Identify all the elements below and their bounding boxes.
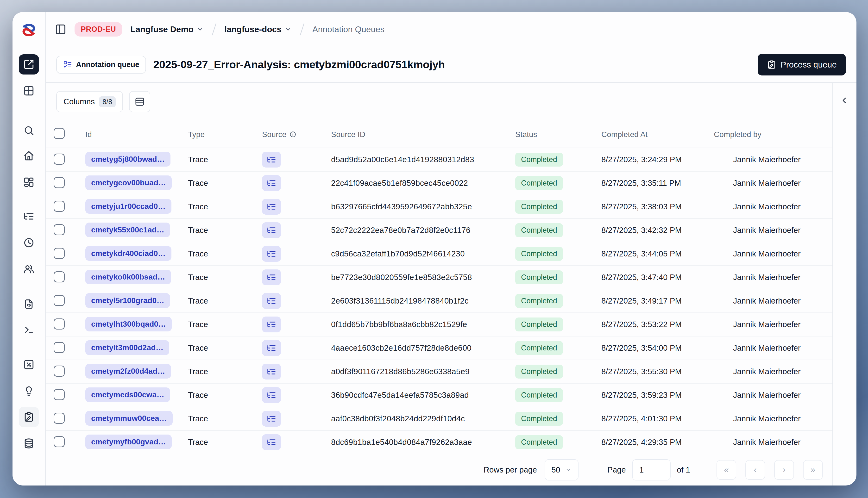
item-id-link[interactable]: cmetykdr400ciad0… [85,246,171,261]
row-checkbox[interactable] [54,201,65,212]
user-avatar[interactable] [19,463,39,483]
lightbulb-icon[interactable] [23,385,34,396]
item-id-link[interactable]: cmetym2fz00d4ad… [85,364,171,379]
table-row[interactable]: cmetyg5j800bwad… Trace d5ad9d52a00c6e14e… [46,148,832,172]
status-badge: Completed [515,247,563,261]
status-badge: Completed [515,176,563,190]
open-external-button[interactable] [19,54,39,75]
table-row[interactable]: cmetyju1r00ccad0… Trace b63297665cfd4439… [46,195,832,219]
row-checkbox[interactable] [54,248,65,259]
table-row[interactable]: cmetygeov00buad… Trace 22c41f09acae5b1ef… [46,172,832,195]
panel-toggle-icon[interactable] [55,24,66,35]
row-height-button[interactable] [129,91,150,112]
prompt-file-code-icon[interactable] [23,299,34,310]
page-number-input[interactable] [632,459,671,481]
tables-grid-icon[interactable] [23,85,34,96]
breadcrumb-org[interactable]: Langfuse Demo [130,25,204,34]
sidebar [13,12,46,485]
row-checkbox[interactable] [54,295,65,306]
breadcrumb-separator [212,23,216,35]
source-trace-icon[interactable] [262,270,281,285]
table-row[interactable]: cmetykdr400ciad0… Trace c9d56ca32efaff1b… [46,242,832,266]
chevron-down-icon [565,467,572,473]
annotation-clipboard-pen-icon[interactable] [19,407,39,427]
avatar [714,176,728,190]
users-icon[interactable] [23,264,34,275]
item-id-link[interactable]: cmetyg5j800bwad… [85,152,170,167]
item-id-link[interactable]: cmetyl5r100grad0… [85,293,170,308]
source-trace-icon[interactable] [262,175,281,191]
annotation-queue-badge: Annotation queue [56,56,146,74]
next-page-button[interactable]: › [774,460,794,480]
row-checkbox[interactable] [54,366,65,377]
pagination-bar: Rows per page 50 Page of 1 « ‹ › » [46,454,832,485]
database-datasets-icon[interactable] [23,438,34,449]
source-trace-icon[interactable] [262,293,281,309]
row-checkbox[interactable] [54,318,65,329]
source-trace-icon[interactable] [262,411,281,427]
table-row[interactable]: cmetyk55x00c1ad… Trace 52c72c2222ea78e0b… [46,219,832,242]
avatar [714,223,728,237]
source-trace-icon[interactable] [262,387,281,403]
avatar [714,412,728,425]
columns-button[interactable]: Columns 8/8 [56,91,123,112]
chevron-down-icon [196,26,204,33]
table-row[interactable]: cmetyko0k00bsad… Trace be7723e30d8020559… [46,266,832,289]
clock-sessions-icon[interactable] [23,237,34,248]
table-row[interactable]: cmetymeds00cwa… Trace 36b90cdfc47e5da14e… [46,384,832,407]
source-trace-icon[interactable] [262,199,281,215]
item-id-link[interactable]: cmetylht300bqad0… [85,317,172,331]
source-trace-icon[interactable] [262,316,281,332]
table-row[interactable]: cmetyl5r100grad0… Trace 2e603f31361115db… [46,289,832,313]
item-id-link[interactable]: cmetymmuw00cea… [85,411,173,425]
source-trace-icon[interactable] [262,340,281,356]
avatar [714,271,728,284]
search-icon[interactable] [23,125,34,136]
annotation-queue-table: Columns 8/8 Id Type Source [46,83,833,485]
collapse-panel-button[interactable] [838,93,852,108]
table-row[interactable]: cmetymmuw00cea… Trace aaf0c38db0f3f2048b… [46,407,832,431]
status-badge: Completed [515,294,563,308]
table-row[interactable]: cmetylht300bqad0… Trace 0f1dd65b7bb9bf6b… [46,313,832,337]
row-checkbox[interactable] [54,177,65,188]
row-checkbox[interactable] [54,436,65,447]
row-checkbox[interactable] [54,154,65,165]
row-checkbox[interactable] [54,224,65,235]
select-all-checkbox[interactable] [54,128,65,139]
first-page-button[interactable]: « [716,460,736,480]
row-checkbox[interactable] [54,389,65,400]
row-checkbox[interactable] [54,342,65,353]
item-id-link[interactable]: cmetyko0k00bsad… [85,270,171,284]
row-checkbox[interactable] [54,413,65,424]
terminal-playground-icon[interactable] [23,325,34,336]
table-row[interactable]: cmetym2fz00d4ad… Trace a0df3f901167218d8… [46,360,832,384]
source-trace-icon[interactable] [262,364,281,380]
item-id-link[interactable]: cmetymeds00cwa… [85,388,170,402]
page-size-select[interactable]: 50 [545,459,579,481]
list-todo-icon [63,60,72,69]
dashboard-icon[interactable] [23,176,34,188]
source-trace-icon[interactable] [262,222,281,238]
item-id-link[interactable]: cmetygeov00buad… [85,175,172,190]
source-trace-icon[interactable] [262,434,281,450]
table-row[interactable]: cmetylt3m00d2ad… Trace 4aaece1603cb2e16d… [46,337,832,360]
item-id-link[interactable]: cmetymyfb00gvad… [85,434,172,449]
breadcrumb-separator [300,23,304,35]
process-queue-button[interactable]: Process queue [757,54,846,76]
status-badge: Completed [515,365,563,379]
item-id-link[interactable]: cmetyju1r00ccad0… [85,199,171,214]
avatar [714,200,728,214]
table-row[interactable]: cmetymyfb00gvad… Trace 8dc69b1ba1e540b4d… [46,431,832,454]
row-checkbox[interactable] [54,271,65,283]
item-id-link[interactable]: cmetyk55x00c1ad… [85,223,170,237]
source-trace-icon[interactable] [262,152,281,168]
breadcrumb-project[interactable]: langfuse-docs [224,25,292,34]
column-header-completed-at: Completed At [601,130,714,139]
item-id-link[interactable]: cmetylt3m00d2ad… [85,340,169,355]
home-icon[interactable] [23,150,34,161]
source-trace-icon[interactable] [262,246,281,262]
evaluation-percent-icon[interactable] [23,359,34,370]
last-page-button[interactable]: » [803,460,823,480]
trace-tree-icon[interactable] [23,211,34,222]
prev-page-button[interactable]: ‹ [746,460,765,480]
